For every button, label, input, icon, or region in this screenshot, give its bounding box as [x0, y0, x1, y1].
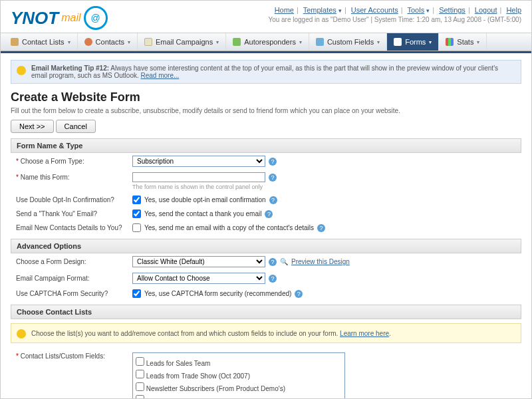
help-icon[interactable]: ? — [269, 158, 277, 166]
label-form-name: Name this Form: — [21, 174, 70, 181]
help-icon[interactable]: ? — [269, 196, 277, 204]
tip-box: Email Marketing Tip #12: Always have som… — [11, 60, 521, 84]
label-email-copy: Email New Contacts Details to You? — [16, 224, 132, 231]
envelope-icon — [144, 38, 152, 46]
chevron-down-icon: ▾ — [68, 39, 70, 45]
chevron-down-icon: ▾ — [426, 7, 430, 14]
label-captcha: Use CAPTCHA Form Security? — [16, 290, 132, 297]
info-box: Choose the list(s) you want to add/remov… — [11, 323, 521, 343]
nav-settings[interactable]: Settings — [439, 6, 466, 14]
tab-email-campaigns[interactable]: Email Campaigns▾ — [138, 33, 226, 51]
double-optin-text: Yes, use double opt-in email confirmatio… — [144, 196, 266, 203]
section-advanced-options: Advanced Options — [11, 239, 521, 253]
chevron-down-icon: ▾ — [216, 39, 219, 45]
top-nav: Home| Templates ▾| User Accounts| Tools … — [268, 6, 521, 30]
thankyou-checkbox[interactable] — [132, 209, 141, 218]
form-name-input[interactable] — [132, 172, 265, 182]
logo-at-icon: @ — [84, 6, 108, 30]
nav-logout[interactable]: Logout — [475, 6, 497, 14]
tab-contact-lists[interactable]: Contact Lists▾ — [4, 33, 78, 51]
contact-lists-box: Leads for Sales Team Leads from Trade Sh… — [132, 352, 345, 399]
captcha-text: Yes, use CAPTCHA form security (recommen… — [144, 290, 291, 297]
help-icon[interactable]: ? — [269, 275, 277, 283]
chevron-down-icon: ▾ — [429, 39, 432, 45]
info-text: Choose the list(s) you want to add/remov… — [31, 330, 340, 337]
logo-text: YNOT — [11, 8, 59, 29]
list-checkbox[interactable] — [136, 370, 144, 378]
tip-read-more[interactable]: Read more... — [141, 72, 180, 79]
tab-stats[interactable]: Stats▾ — [439, 33, 487, 51]
label-form-type: Choose a Form Type: — [21, 158, 84, 165]
page-title: Create a Website Form — [11, 90, 521, 104]
help-icon[interactable]: ? — [269, 258, 277, 266]
section-choose-lists: Choose Contact Lists — [11, 305, 521, 319]
section-form-name-type: Form Name & Type — [11, 138, 521, 153]
status-text: You are logged in as "Demo User" | Syste… — [268, 16, 521, 23]
list-item[interactable]: Leads from Trade Show (Oct 2007) — [136, 368, 342, 381]
chevron-down-icon: ▾ — [477, 39, 479, 45]
reply-icon — [233, 38, 241, 46]
captcha-checkbox[interactable] — [132, 289, 141, 298]
logo: YNOT mail @ — [11, 6, 108, 30]
list-checkbox[interactable] — [136, 357, 144, 366]
nav-user-accounts[interactable]: User Accounts — [351, 6, 398, 14]
chevron-down-icon: ▾ — [128, 39, 130, 45]
list-item[interactable]: Newsletter Subscribers (From Product Dem… — [136, 381, 342, 394]
nav-home[interactable]: Home — [275, 6, 294, 14]
form-type-select[interactable]: Subscription — [132, 156, 265, 167]
label-form-design: Choose a Form Design: — [16, 258, 132, 265]
chevron-down-icon: ▾ — [338, 7, 342, 14]
main-nav: Contact Lists▾ Contacts▾ Email Campaigns… — [1, 33, 531, 51]
thankyou-text: Yes, send the contact a thank you email — [144, 210, 261, 217]
person-icon — [84, 38, 92, 46]
tab-custom-fields[interactable]: Custom Fields▾ — [309, 33, 387, 51]
bulb-icon — [17, 66, 26, 75]
tab-forms[interactable]: Forms▾ — [387, 33, 439, 51]
chevron-down-icon: ▾ — [377, 39, 380, 45]
magnifier-icon: 🔍 — [280, 258, 288, 265]
email-copy-text: Yes, send me an email with a copy of the… — [144, 224, 314, 231]
double-optin-checkbox[interactable] — [132, 196, 141, 204]
campaign-format-select[interactable]: Allow Contact to Choose — [132, 273, 265, 284]
field-icon — [316, 38, 324, 46]
chevron-down-icon: ▾ — [299, 39, 302, 45]
help-icon[interactable]: ? — [265, 210, 273, 218]
tip-prefix: Email Marketing Tip #12: — [31, 65, 109, 72]
logo-subtext: mail — [61, 12, 80, 24]
list-checkbox[interactable] — [136, 395, 144, 399]
label-campaign-format: Email Campaign Format: — [16, 275, 132, 282]
label-double-optin: Use Double Opt-In Confirmation? — [16, 196, 132, 203]
bulb-icon — [17, 329, 26, 338]
nav-tools[interactable]: Tools — [407, 6, 424, 14]
form-name-hint: The form name is shown in the control pa… — [132, 184, 521, 190]
preview-design-link[interactable]: Preview this Design — [291, 258, 350, 265]
nav-help[interactable]: Help — [506, 6, 521, 14]
label-thankyou: Send a "Thank You" Email? — [16, 210, 132, 217]
learn-more-link[interactable]: Learn more here — [340, 330, 389, 337]
chart-icon — [446, 38, 454, 46]
help-icon[interactable]: ? — [269, 174, 277, 182]
list-checkbox[interactable] — [136, 382, 144, 391]
form-design-select[interactable]: Classic White (Default) — [132, 256, 265, 267]
tab-autoresponders[interactable]: Autoresponders▾ — [226, 33, 309, 51]
help-icon[interactable]: ? — [317, 224, 325, 232]
form-icon — [394, 38, 402, 46]
next-button[interactable]: Next >> — [11, 120, 54, 133]
list-item[interactable]: Leads for Sales Team — [136, 356, 342, 368]
email-copy-checkbox[interactable] — [132, 223, 141, 232]
page-subtitle: Fill out the form below to create a subs… — [11, 107, 521, 114]
nav-templates[interactable]: Templates — [303, 6, 336, 14]
folder-icon — [11, 38, 19, 46]
label-contact-lists: Contact Lists/Custom Fields: — [21, 352, 105, 360]
tab-contacts[interactable]: Contacts▾ — [78, 33, 138, 51]
help-icon[interactable]: ? — [295, 290, 303, 298]
cancel-button[interactable]: Cancel — [56, 120, 96, 133]
list-item[interactable]: Newsletter Subscribers (From Website) — [136, 394, 342, 399]
